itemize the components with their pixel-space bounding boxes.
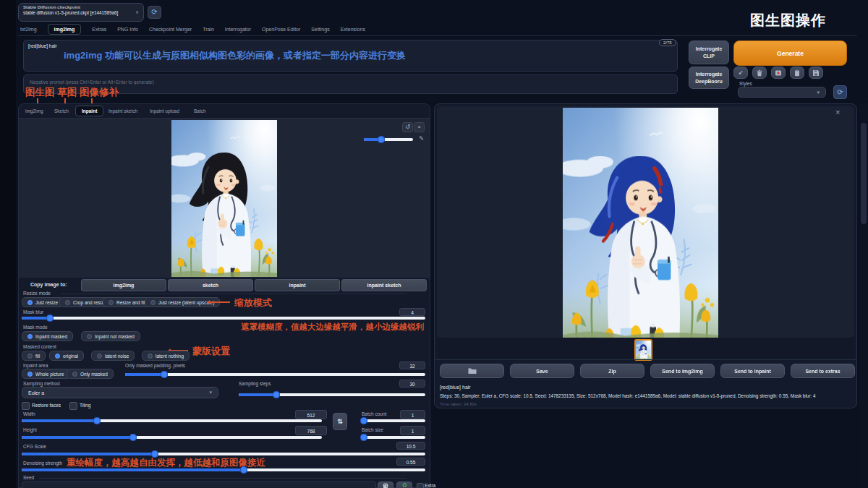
send-to-extras-button[interactable]: Send to extras [791, 364, 855, 378]
batch-size-slider[interactable] [362, 436, 425, 439]
subtab-inpaint-sketch[interactable]: Inpaint sketch [109, 108, 137, 114]
brush-size-slider[interactable] [364, 138, 413, 141]
batch-size-value[interactable]: 1 [400, 426, 425, 435]
interrogate-clip-button[interactable]: Interrogate CLIP [689, 40, 729, 64]
width-value[interactable]: 512 [295, 410, 327, 419]
sampling-steps-value[interactable]: 30 [399, 380, 425, 388]
apply-style-button[interactable] [790, 67, 804, 79]
copy-to-inpaint-sketch-button[interactable]: inpaint sketch [341, 279, 427, 291]
canvas-undo-button[interactable]: ↺ [402, 122, 413, 132]
extra-networks-button[interactable] [771, 67, 786, 79]
resize-option-just-resize[interactable]: Just resize [22, 297, 64, 307]
batch-count-value[interactable]: 1 [400, 410, 425, 419]
checkpoint-refresh-button[interactable]: ⟳ [148, 6, 161, 19]
subtab-inpaint-upload[interactable]: Inpaint upload [150, 108, 179, 114]
save-style-button[interactable] [809, 67, 823, 79]
source-image[interactable] [171, 120, 277, 277]
padding-value[interactable]: 32 [399, 361, 425, 369]
cfg-scale-slider[interactable] [22, 453, 425, 455]
padding-slider[interactable] [125, 373, 425, 376]
width-slider[interactable] [22, 419, 322, 422]
height-knob [129, 434, 137, 441]
checkpoint-value: stable diffusion v1-5-pruned.ckpt [e1441… [23, 10, 118, 15]
subtab-sketch[interactable]: Sketch [54, 108, 69, 114]
denoising-annotation: 重绘幅度，越高越自由发挥，越低越和原图像接近 [67, 457, 265, 469]
inpaint-area-whole-picture[interactable]: Whole picture [22, 369, 70, 379]
subtab-img2img[interactable]: img2img [25, 108, 43, 114]
negative-prompt-textarea[interactable] [23, 74, 678, 94]
zip-button[interactable]: Zip [580, 364, 644, 378]
cfg-scale-value[interactable]: 10.5 [396, 442, 425, 450]
restore-faces-checkbox[interactable] [22, 402, 30, 410]
resize-mode-rule [61, 294, 407, 294]
denoising-strength-value[interactable]: 0.55 [396, 458, 425, 466]
denoising-strength-slider[interactable] [22, 468, 425, 471]
tab-train[interactable]: Train [203, 27, 214, 32]
mask-blur-value[interactable]: 4 [399, 308, 425, 316]
masked-content-original[interactable]: original [49, 351, 84, 361]
tab-extras[interactable]: Extras [92, 27, 106, 32]
sampling-method-select[interactable]: Euler a ▾ [22, 387, 218, 398]
copy-to-sketch-button[interactable]: sketch [168, 279, 253, 291]
seed-input[interactable] [22, 481, 376, 488]
tab-openpose-editor[interactable]: OpenPose Editor [262, 27, 300, 32]
styles-select[interactable]: ▾ [738, 87, 826, 98]
mask-mode-inpaint-not-masked[interactable]: Inpaint not masked [81, 331, 140, 341]
result-image[interactable] [563, 108, 718, 341]
canvas-brush-button[interactable]: ✎ [417, 134, 426, 143]
tab-img2img[interactable]: img2img [48, 24, 82, 35]
mask-mode-inpaint-masked[interactable]: Inpaint masked [22, 331, 73, 341]
canvas-clear-button[interactable]: × [414, 122, 425, 132]
save-button[interactable]: Save [510, 364, 574, 378]
masked-content-latent-noise[interactable]: latent noise [91, 351, 135, 361]
subtab-inpaint[interactable]: Inpaint [75, 106, 103, 116]
interrogate-deepbooru-line1: Interrogate [696, 71, 723, 77]
send-to-img2img-button[interactable]: Send to img2img [650, 364, 715, 378]
copy-to-img2img-button[interactable]: img2img [81, 279, 166, 291]
cfg-scale-label: CFG Scale [23, 444, 46, 449]
result-thumbnail[interactable] [634, 339, 652, 361]
masked-content-fill[interactable]: fill [22, 351, 46, 361]
tab-checkpoint-merger[interactable]: Checkpoint Merger [149, 27, 192, 32]
send-to-inpaint-button[interactable]: Send to inpaint [720, 364, 785, 378]
tab-extensions[interactable]: Extensions [341, 27, 365, 32]
tab-png-info[interactable]: PNG Info [117, 27, 138, 32]
masked-content-latent-nothing[interactable]: latent nothing [142, 351, 190, 361]
seed-extra-label: Extra [425, 483, 435, 488]
scrollbar-thumb[interactable] [861, 123, 867, 224]
width-label: Width [23, 411, 35, 416]
swap-dimensions-button[interactable]: ⇅ [333, 413, 347, 430]
seed-rule [39, 478, 407, 479]
tab-settings[interactable]: Settings [311, 27, 329, 32]
mask-blur-slider[interactable] [22, 317, 425, 320]
prompt-text: [red|blue] hair [28, 43, 57, 48]
masked-content-annotation: 蒙版设置 [192, 345, 230, 358]
swap-icon: ⇅ [337, 418, 343, 425]
subtab-batch[interactable]: Batch [194, 108, 206, 114]
generate-button[interactable]: Generate [733, 40, 847, 66]
scrollbar[interactable] [859, 103, 868, 488]
tab-interrogator[interactable]: Interrogator [225, 27, 251, 32]
tab-txt2img[interactable]: txt2img [20, 27, 37, 32]
resize-mode-label: Resize mode [23, 291, 51, 296]
paste-params-button[interactable]: ↙ [733, 67, 748, 79]
random-seed-button[interactable] [378, 481, 393, 488]
gallery-close-button[interactable]: × [835, 108, 840, 116]
height-slider[interactable] [22, 436, 322, 439]
seed-extra-checkbox[interactable] [417, 483, 424, 488]
copy-to-inpaint-button[interactable]: inpaint [255, 279, 340, 291]
sampling-steps-slider[interactable] [239, 393, 425, 396]
reuse-seed-button[interactable]: ♻ [396, 481, 412, 488]
floppy-save-icon [812, 69, 820, 77]
interrogate-deepbooru-button[interactable]: Interrogate DeepBooru [689, 67, 729, 89]
styles-refresh-button[interactable]: ⟳ [833, 85, 847, 99]
height-value[interactable]: 768 [295, 426, 327, 435]
negative-prompt-input[interactable] [28, 79, 465, 85]
checkpoint-select[interactable]: Stable Diffusion checkpoint stable diffu… [18, 3, 144, 22]
clear-prompt-button[interactable] [752, 67, 767, 79]
tiling-checkbox[interactable] [69, 402, 77, 410]
batch-count-slider[interactable] [362, 419, 425, 422]
radio-icon [27, 334, 33, 339]
inpaint-area-only-masked[interactable]: Only masked [67, 369, 114, 379]
open-folder-button[interactable] [440, 364, 504, 378]
